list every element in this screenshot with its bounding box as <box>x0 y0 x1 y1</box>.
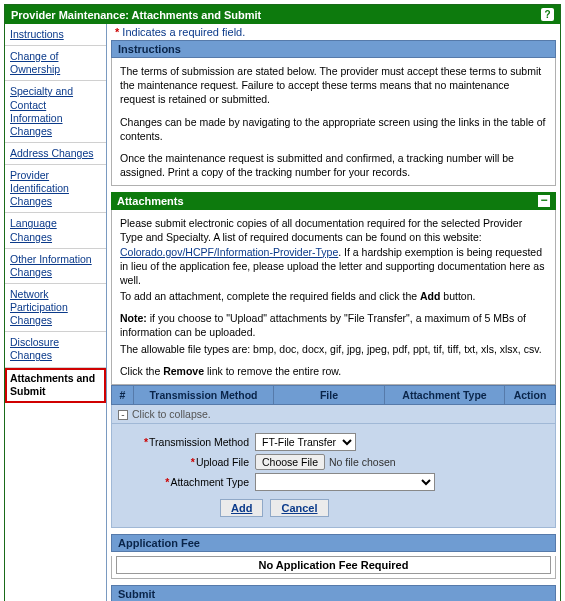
page-title: Provider Maintenance: Attachments and Su… <box>11 9 261 21</box>
collapse-icon[interactable]: − <box>538 195 550 207</box>
attachments-body: Please submit electronic copies of all d… <box>111 210 556 385</box>
col-num: # <box>112 386 134 404</box>
no-file-text: No file chosen <box>329 456 396 468</box>
sidebar-nav: Instructions Change of Ownership Special… <box>5 24 107 601</box>
attachments-heading-bar: Attachments − <box>111 192 556 210</box>
sidebar-item-other-info[interactable]: Other Information Changes <box>5 249 106 284</box>
choose-file-button[interactable]: Choose File <box>255 454 325 470</box>
help-icon[interactable]: ? <box>541 8 554 21</box>
col-file: File <box>274 386 385 404</box>
attachments-heading: Attachments <box>117 195 184 207</box>
col-attachment-type: Attachment Type <box>385 386 505 404</box>
instructions-body: The terms of submission are stated below… <box>111 58 556 186</box>
page-title-bar: Provider Maintenance: Attachments and Su… <box>5 5 560 24</box>
col-action: Action <box>505 386 555 404</box>
cancel-attachment-button[interactable]: Cancel <box>270 499 328 517</box>
upload-label: *Upload File <box>120 456 255 468</box>
app-fee-heading: Application Fee <box>111 534 556 552</box>
instructions-p3: Once the maintenance request is submitte… <box>120 151 547 179</box>
sidebar-item-specialty-contact[interactable]: Specialty and Contact Information Change… <box>5 81 106 143</box>
attachment-form: *Transmission Method FT-File Transfer *U… <box>111 424 556 528</box>
instructions-p1: The terms of submission are stated below… <box>120 64 547 107</box>
attachment-type-select[interactable] <box>255 473 435 491</box>
col-transmission-method: Transmission Method <box>134 386 274 404</box>
tm-label: *Transmission Method <box>120 436 255 448</box>
required-field-note: * Indicates a required field. <box>111 24 556 40</box>
add-button[interactable]: Add <box>220 499 263 517</box>
app-fee-message: No Application Fee Required <box>116 556 551 574</box>
attachment-type-label: *Attachment Type <box>120 476 255 488</box>
sidebar-item-provider-id[interactable]: Provider Identification Changes <box>5 165 106 213</box>
instructions-heading: Instructions <box>111 40 556 58</box>
provider-type-link[interactable]: Colorado.gov/HCPF/Information-Provider-T… <box>120 246 338 258</box>
submit-heading: Submit <box>111 585 556 601</box>
sidebar-item-change-ownership[interactable]: Change of Ownership <box>5 46 106 81</box>
sidebar-item-language[interactable]: Language Changes <box>5 213 106 248</box>
sidebar-item-disclosure[interactable]: Disclosure Changes <box>5 332 106 367</box>
sidebar-item-address-changes[interactable]: Address Changes <box>5 143 106 165</box>
sidebar-item-instructions[interactable]: Instructions <box>5 24 106 46</box>
collapse-toggle-icon[interactable]: - <box>118 410 128 420</box>
sidebar-item-attachments-submit[interactable]: Attachments and Submit <box>5 368 106 403</box>
sidebar-item-network[interactable]: Network Participation Changes <box>5 284 106 332</box>
collapse-row[interactable]: -Click to collapse. <box>111 405 556 424</box>
transmission-method-select[interactable]: FT-File Transfer <box>255 433 356 451</box>
attachments-grid-header: # Transmission Method File Attachment Ty… <box>111 385 556 405</box>
instructions-p2: Changes can be made by navigating to the… <box>120 115 547 143</box>
